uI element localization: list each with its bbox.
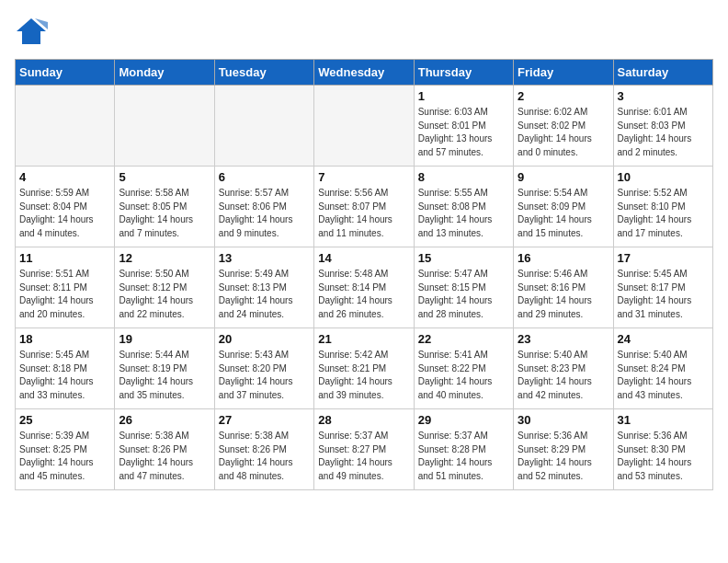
day-number: 23 [518, 332, 609, 346]
week-row-4: 18Sunrise: 5:45 AM Sunset: 8:18 PM Dayli… [16, 328, 713, 409]
day-number: 6 [219, 170, 310, 184]
col-header-friday: Friday [514, 60, 613, 86]
day-number: 4 [19, 170, 110, 184]
day-cell: 1Sunrise: 6:03 AM Sunset: 8:01 PM Daylig… [414, 86, 513, 167]
day-cell: 9Sunrise: 5:54 AM Sunset: 8:09 PM Daylig… [514, 167, 613, 247]
day-info: Sunrise: 5:43 AM Sunset: 8:20 PM Dayligh… [219, 349, 310, 402]
day-number: 7 [318, 170, 409, 184]
day-cell: 23Sunrise: 5:40 AM Sunset: 8:23 PM Dayli… [514, 328, 613, 409]
col-header-monday: Monday [115, 60, 214, 86]
col-header-thursday: Thursday [414, 60, 513, 86]
day-info: Sunrise: 5:38 AM Sunset: 8:26 PM Dayligh… [219, 430, 310, 483]
day-number: 15 [418, 251, 509, 265]
day-number: 16 [518, 251, 609, 265]
week-row-2: 4Sunrise: 5:59 AM Sunset: 8:04 PM Daylig… [16, 167, 713, 247]
day-info: Sunrise: 5:48 AM Sunset: 8:14 PM Dayligh… [318, 268, 409, 321]
day-cell: 22Sunrise: 5:41 AM Sunset: 8:22 PM Dayli… [414, 328, 513, 409]
week-row-3: 11Sunrise: 5:51 AM Sunset: 8:11 PM Dayli… [16, 247, 713, 328]
day-info: Sunrise: 6:01 AM Sunset: 8:03 PM Dayligh… [618, 106, 709, 159]
day-number: 9 [518, 170, 609, 184]
col-header-sunday: Sunday [16, 60, 115, 86]
day-cell: 14Sunrise: 5:48 AM Sunset: 8:14 PM Dayli… [314, 247, 414, 328]
day-info: Sunrise: 6:02 AM Sunset: 8:02 PM Dayligh… [518, 106, 609, 159]
day-cell: 12Sunrise: 5:50 AM Sunset: 8:12 PM Dayli… [115, 247, 214, 328]
day-cell: 25Sunrise: 5:39 AM Sunset: 8:25 PM Dayli… [16, 409, 115, 490]
day-number: 19 [119, 332, 210, 346]
day-cell: 3Sunrise: 6:01 AM Sunset: 8:03 PM Daylig… [613, 86, 712, 167]
header [15, 15, 713, 48]
day-info: Sunrise: 5:39 AM Sunset: 8:25 PM Dayligh… [19, 430, 110, 483]
day-number: 3 [618, 89, 709, 103]
day-cell: 31Sunrise: 5:36 AM Sunset: 8:30 PM Dayli… [613, 409, 712, 490]
day-cell: 26Sunrise: 5:38 AM Sunset: 8:26 PM Dayli… [115, 409, 214, 490]
day-cell: 13Sunrise: 5:49 AM Sunset: 8:13 PM Dayli… [214, 247, 313, 328]
day-number: 26 [119, 413, 210, 427]
day-info: Sunrise: 5:59 AM Sunset: 8:04 PM Dayligh… [19, 187, 110, 240]
day-cell: 27Sunrise: 5:38 AM Sunset: 8:26 PM Dayli… [214, 409, 313, 490]
day-info: Sunrise: 5:44 AM Sunset: 8:19 PM Dayligh… [119, 349, 210, 402]
day-cell: 5Sunrise: 5:58 AM Sunset: 8:05 PM Daylig… [115, 167, 214, 247]
day-cell: 6Sunrise: 5:57 AM Sunset: 8:06 PM Daylig… [214, 167, 313, 247]
calendar-table: SundayMondayTuesdayWednesdayThursdayFrid… [15, 59, 713, 490]
col-header-saturday: Saturday [613, 60, 712, 86]
day-info: Sunrise: 5:55 AM Sunset: 8:08 PM Dayligh… [418, 187, 509, 240]
day-number: 20 [219, 332, 310, 346]
day-info: Sunrise: 5:36 AM Sunset: 8:29 PM Dayligh… [518, 430, 609, 483]
day-info: Sunrise: 5:37 AM Sunset: 8:28 PM Dayligh… [418, 430, 509, 483]
day-cell: 19Sunrise: 5:44 AM Sunset: 8:19 PM Dayli… [115, 328, 214, 409]
day-cell: 29Sunrise: 5:37 AM Sunset: 8:28 PM Dayli… [414, 409, 513, 490]
day-cell: 15Sunrise: 5:47 AM Sunset: 8:15 PM Dayli… [414, 247, 513, 328]
page: SundayMondayTuesdayWednesdayThursdayFrid… [0, 0, 728, 505]
day-cell: 18Sunrise: 5:45 AM Sunset: 8:18 PM Dayli… [16, 328, 115, 409]
day-cell: 11Sunrise: 5:51 AM Sunset: 8:11 PM Dayli… [16, 247, 115, 328]
day-info: Sunrise: 5:58 AM Sunset: 8:05 PM Dayligh… [119, 187, 210, 240]
day-cell: 16Sunrise: 5:46 AM Sunset: 8:16 PM Dayli… [514, 247, 613, 328]
day-info: Sunrise: 5:37 AM Sunset: 8:27 PM Dayligh… [318, 430, 409, 483]
day-info: Sunrise: 5:56 AM Sunset: 8:07 PM Dayligh… [318, 187, 409, 240]
day-number: 22 [418, 332, 509, 346]
day-cell: 20Sunrise: 5:43 AM Sunset: 8:20 PM Dayli… [214, 328, 313, 409]
day-number: 13 [219, 251, 310, 265]
day-info: Sunrise: 5:41 AM Sunset: 8:22 PM Dayligh… [418, 349, 509, 402]
day-info: Sunrise: 5:50 AM Sunset: 8:12 PM Dayligh… [119, 268, 210, 321]
day-cell: 21Sunrise: 5:42 AM Sunset: 8:21 PM Dayli… [314, 328, 414, 409]
week-row-1: 1Sunrise: 6:03 AM Sunset: 8:01 PM Daylig… [16, 86, 713, 167]
day-info: Sunrise: 5:54 AM Sunset: 8:09 PM Dayligh… [518, 187, 609, 240]
day-cell: 8Sunrise: 5:55 AM Sunset: 8:08 PM Daylig… [414, 167, 513, 247]
day-info: Sunrise: 5:36 AM Sunset: 8:30 PM Dayligh… [618, 430, 709, 483]
day-info: Sunrise: 5:40 AM Sunset: 8:24 PM Dayligh… [618, 349, 709, 402]
week-row-5: 25Sunrise: 5:39 AM Sunset: 8:25 PM Dayli… [16, 409, 713, 490]
day-cell [214, 86, 313, 167]
logo-icon [15, 15, 48, 48]
day-cell: 2Sunrise: 6:02 AM Sunset: 8:02 PM Daylig… [514, 86, 613, 167]
day-cell: 24Sunrise: 5:40 AM Sunset: 8:24 PM Dayli… [613, 328, 712, 409]
day-cell: 30Sunrise: 5:36 AM Sunset: 8:29 PM Dayli… [514, 409, 613, 490]
day-info: Sunrise: 6:03 AM Sunset: 8:01 PM Dayligh… [418, 106, 509, 159]
day-cell: 4Sunrise: 5:59 AM Sunset: 8:04 PM Daylig… [16, 167, 115, 247]
day-number: 18 [19, 332, 110, 346]
day-number: 31 [618, 413, 709, 427]
day-number: 12 [119, 251, 210, 265]
day-cell: 7Sunrise: 5:56 AM Sunset: 8:07 PM Daylig… [314, 167, 414, 247]
day-info: Sunrise: 5:40 AM Sunset: 8:23 PM Dayligh… [518, 349, 609, 402]
day-info: Sunrise: 5:38 AM Sunset: 8:26 PM Dayligh… [119, 430, 210, 483]
day-info: Sunrise: 5:57 AM Sunset: 8:06 PM Dayligh… [219, 187, 310, 240]
day-number: 11 [19, 251, 110, 265]
day-info: Sunrise: 5:52 AM Sunset: 8:10 PM Dayligh… [618, 187, 709, 240]
day-number: 30 [518, 413, 609, 427]
day-cell: 10Sunrise: 5:52 AM Sunset: 8:10 PM Dayli… [613, 167, 712, 247]
day-info: Sunrise: 5:51 AM Sunset: 8:11 PM Dayligh… [19, 268, 110, 321]
day-cell [16, 86, 115, 167]
day-number: 24 [618, 332, 709, 346]
day-number: 21 [318, 332, 409, 346]
day-number: 17 [618, 251, 709, 265]
day-number: 1 [418, 89, 509, 103]
day-cell [115, 86, 214, 167]
calendar-header-row: SundayMondayTuesdayWednesdayThursdayFrid… [16, 60, 713, 86]
day-cell: 28Sunrise: 5:37 AM Sunset: 8:27 PM Dayli… [314, 409, 414, 490]
day-number: 2 [518, 89, 609, 103]
day-number: 27 [219, 413, 310, 427]
day-number: 29 [418, 413, 509, 427]
day-number: 28 [318, 413, 409, 427]
day-cell [314, 86, 414, 167]
